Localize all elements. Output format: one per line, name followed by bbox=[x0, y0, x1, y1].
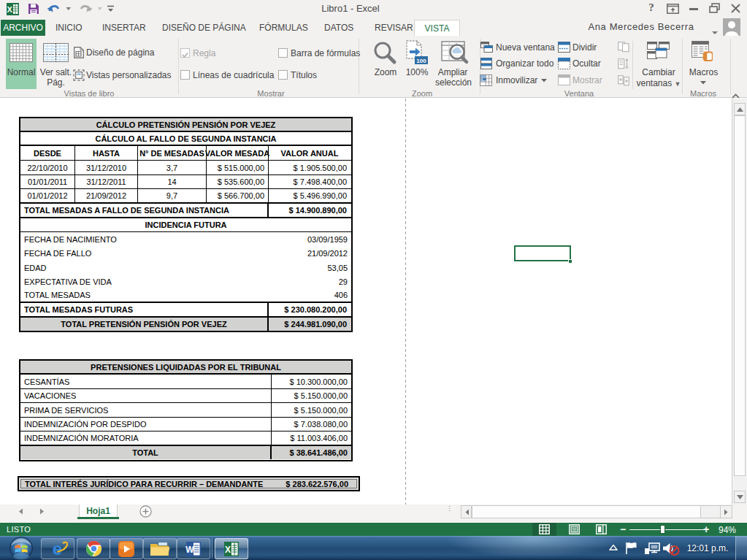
svg-text:X: X bbox=[225, 545, 231, 555]
svg-text:X: X bbox=[7, 5, 13, 14]
svg-text:e: e bbox=[52, 540, 61, 559]
svg-text:W: W bbox=[185, 545, 194, 555]
svg-text:100: 100 bbox=[416, 58, 426, 64]
